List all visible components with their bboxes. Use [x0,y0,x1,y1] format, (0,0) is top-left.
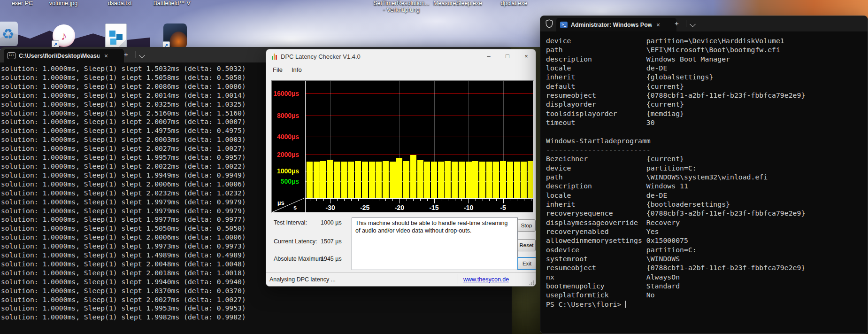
minimize-button[interactable]: – [479,49,498,63]
desktop-label-volume-jpg[interactable]: volume.jpg [35,0,92,7]
x-minor-tick [476,199,476,201]
terminal-output-line: solution: 1.0000ms, Sleep(1) slept 1.998… [1,313,246,322]
terminal-output-line: solution: 1.0000ms, Sleep(1) slept 1.505… [1,224,246,233]
powershell-output-line: osdevice partition=C: [546,245,805,254]
admin-shield-icon [545,19,553,30]
powershell-output-line: path \WINDOWS\system32\winload.efi [546,172,805,181]
latency-bar [528,161,533,198]
maximize-button[interactable]: □ [498,49,517,63]
terminal-tab-title: C:\Users\flori\Desktop\Measu [19,53,100,59]
x-minor-tick [510,199,510,201]
terminal-output-line: solution: 1.0000ms, Sleep(1) slept 1.997… [1,215,246,224]
terminal-output-line: solution: 1.0000ms, Sleep(1) slept 1.497… [1,126,246,135]
powershell-output-line: systemroot \WINDOWS [546,254,805,263]
desktop-label-battlefield-v[interactable]: Battlefield™ V [144,0,200,7]
powershell-output-line: displayorder {current} [546,100,805,109]
terminal-output-line: solution: 1.0000ms, Sleep(1) slept 2.000… [1,135,246,144]
powershell-prompt: PS C:\Users\flori> [546,300,805,309]
x-minor-tick [448,199,448,201]
x-minor-tick [372,199,372,201]
desktop: eser PC volume.jpg dsada.txt Battlefield… [0,0,868,334]
terminal-output-line: solution: 1.0000ms, Sleep(1) slept 2.000… [1,117,246,126]
tab-close-icon[interactable]: × [655,22,661,28]
x-minor-tick [461,199,462,201]
powershell-output-line: device partition=C: [546,163,805,172]
recycle-bin-icon[interactable]: ♻ [0,22,18,46]
status-text: Analysing DPC latency ... [269,276,336,283]
y-axis-label: 1000µs [272,167,299,175]
x-minor-tick [337,199,338,201]
x-minor-tick [420,199,421,201]
x-minor-tick [531,199,531,201]
new-tab-button[interactable]: + [675,20,679,27]
registry-cubes-icon [109,31,115,37]
powershell-output-line: inherit {bootloadersettings} [546,200,805,209]
y-axis-label: 4000µs [272,132,299,141]
x-minor-tick [469,199,469,201]
latency-bar [320,161,326,198]
x-minor-tick [503,199,504,201]
x-minor-tick [385,199,386,201]
powershell-output-line: inherit {globalsettings} [546,72,805,81]
registry-file-icon[interactable] [105,23,127,49]
stop-button[interactable]: Stop [517,219,536,232]
powershell-output-line: toolsdisplayorder {memdiag} [546,109,805,118]
latency-bar [396,158,402,198]
absolute-maximum-label: Absolute Maximum: [274,256,325,262]
resize-grip[interactable] [529,279,535,285]
latency-bar [472,161,478,198]
cmd-icon: C:\ [8,52,15,59]
prompt-text: PS C:\Users\flori> [546,300,621,309]
y-axis-label: 500µs [272,177,299,186]
terminal-output-line: solution: 1.0000ms, Sleep(1) slept 1.498… [1,251,246,260]
x-minor-tick [455,199,455,201]
x-minor-tick [413,199,414,201]
terminal-output-line: solution: 1.0000ms, Sleep(1) slept 2.000… [1,180,246,189]
dpc-app-icon [272,53,277,60]
terminal-tab[interactable]: C:\ C:\Users\flori\Desktop\Measu × [4,49,124,62]
y-unit-label: µs [277,199,284,206]
powershell-output-line: locale de-DE [546,63,805,72]
powershell-output-line: displaymessageoverride Recovery [546,218,805,227]
chart-plot-area [306,81,533,198]
chevron-down-icon[interactable] [139,52,145,58]
desktop-label-dsada-txt[interactable]: dsada.txt [92,0,148,7]
test-interval-label: Test Interval: [274,219,307,226]
powershell-tab-bar[interactable]: >_ Administrator: Windows Pow × + [540,16,868,31]
menu-file[interactable]: File [270,65,285,74]
desktop-label-measuresleep-exe[interactable]: MeasureSleep.exe [430,0,486,7]
recycle-glyph: ♻ [2,26,15,42]
powershell-output: device partition=\Device\HarddiskVolume1… [546,36,805,309]
reset-button[interactable]: Reset [517,239,536,251]
thesycon-link[interactable]: www.thesycon.de [463,276,509,283]
menu-info[interactable]: Info [289,65,305,74]
x-minor-tick [524,199,524,201]
close-button[interactable]: × [517,49,536,63]
x-unit-label: s [293,204,297,211]
x-minor-tick [365,199,365,201]
terminal-output-line: solution: 1.0000ms, Sleep(1) slept 2.032… [1,100,246,109]
new-tab-button[interactable]: + [124,51,128,58]
latency-bar [417,160,423,198]
chevron-down-icon[interactable] [690,21,696,27]
tab-close-icon[interactable]: × [103,53,109,59]
x-minor-tick [344,199,345,201]
powershell-output-line: useplatformtick No [546,290,805,299]
powershell-viewport[interactable]: device partition=\Device\HarddiskVolume1… [540,31,868,334]
desktop-label-settimerresolution[interactable]: SetTimerResolution... - Verknüpfung [371,0,432,13]
latency-bar [348,162,354,199]
latency-bar [355,161,361,198]
x-minor-tick [323,199,324,201]
desktop-label-dpclat-exe[interactable]: dpclat.exe [486,0,542,7]
x-minor-tick [483,199,483,201]
latency-bar [307,162,313,198]
powershell-tab[interactable]: >_ Administrator: Windows Pow × [556,18,676,31]
powershell-output-line: ------------------------- [546,145,805,154]
red-gridline [306,93,533,94]
red-gridline [306,137,533,137]
current-latency-value: 1507 µs [321,238,342,245]
chart-axis-corner: µs s [272,198,305,212]
exit-button[interactable]: Exit [517,257,536,270]
latency-bar [369,162,375,198]
x-minor-tick [392,199,393,201]
